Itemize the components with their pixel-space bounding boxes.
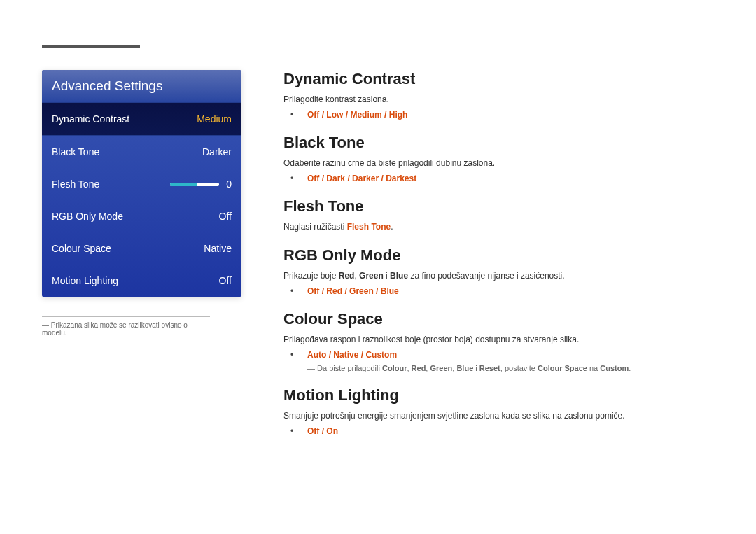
- option-list: Off / Red / Green / Blue: [299, 286, 714, 296]
- menu-item-value: 0: [226, 178, 232, 190]
- note-keyword: Colour: [382, 364, 407, 372]
- note-keyword: Custom: [600, 364, 629, 372]
- section-title: Colour Space: [284, 310, 714, 328]
- section-title: Black Tone: [284, 134, 714, 152]
- section-title: Flesh Tone: [284, 197, 714, 216]
- desc-keyword: Blue: [390, 271, 408, 281]
- menu-item-label: Motion Lighting: [52, 275, 219, 286]
- settings-panel: Advanced Settings Dynamic Contrast Mediu…: [42, 70, 241, 297]
- note-text: i: [473, 364, 479, 372]
- menu-item-value: Medium: [197, 113, 232, 125]
- desc-keyword: Flesh Tone: [347, 222, 391, 232]
- header-tab: [42, 45, 140, 48]
- settings-panel-title: Advanced Settings: [42, 70, 241, 102]
- menu-item-label: Black Tone: [52, 146, 202, 157]
- menu-item-black-tone[interactable]: Black Tone Darker: [42, 136, 241, 168]
- header-rule: [42, 48, 714, 48]
- section-options: Off / Red / Green / Blue: [284, 286, 714, 296]
- settings-panel-body: Dynamic Contrast Medium Black Tone Darke…: [42, 102, 241, 297]
- page: Advanced Settings Dynamic Contrast Mediu…: [0, 0, 756, 534]
- section-title: RGB Only Mode: [284, 246, 714, 265]
- option-list: Off / Dark / Darker / Darkest: [299, 174, 714, 183]
- section-options: Off / Dark / Darker / Darkest: [284, 174, 714, 183]
- menu-item-label: RGB Only Mode: [52, 211, 219, 222]
- option-list: Off / Low / Medium / High: [299, 110, 714, 120]
- note-keyword: Red: [412, 364, 426, 372]
- section-desc: Smanjuje potrošnju energije smanjenjem s…: [284, 410, 714, 422]
- menu-item-colour-space[interactable]: Colour Space Native: [42, 232, 241, 265]
- desc-keyword: Green: [359, 271, 384, 281]
- menu-item-label: Colour Space: [52, 243, 204, 254]
- note-keyword: Colour Space: [538, 364, 587, 372]
- desc-text: Naglasi ružičasti: [284, 222, 347, 232]
- section-options: Off / Low / Medium / High: [284, 110, 714, 120]
- menu-item-label: Dynamic Contrast: [52, 113, 197, 125]
- slider-fill: [170, 183, 197, 186]
- section-title: Motion Lighting: [284, 386, 714, 405]
- option-list: Off / On: [299, 426, 714, 436]
- section-colour-space: Colour Space Prilagođava raspon i raznol…: [284, 310, 714, 372]
- section-rgb-only: RGB Only Mode Prikazuje boje Red, Green …: [284, 246, 714, 296]
- menu-item-value: Darker: [202, 146, 232, 157]
- note-keyword: Green: [430, 364, 452, 372]
- panel-footnote: Prikazana slika može se razlikovati ovis…: [42, 316, 210, 337]
- note-text: na: [587, 364, 600, 372]
- menu-item-flesh-tone[interactable]: Flesh Tone 0: [42, 168, 241, 200]
- note-text: .: [629, 364, 631, 372]
- note-text: , postavite: [500, 364, 538, 372]
- content-columns: Advanced Settings Dynamic Contrast Mediu…: [42, 70, 714, 450]
- section-motion-lighting: Motion Lighting Smanjuje potrošnju energ…: [284, 386, 714, 436]
- section-desc: Prilagođava raspon i raznolikost boje (p…: [284, 334, 714, 346]
- desc-text: za fino podešavanje nijanse i zasićenost…: [408, 271, 564, 281]
- section-desc: Naglasi ružičasti Flesh Tone.: [284, 221, 714, 233]
- section-options: Off / On: [284, 426, 714, 436]
- note-keyword: Reset: [479, 364, 500, 372]
- menu-item-value: Off: [219, 275, 232, 286]
- section-options: Auto / Native / Custom: [284, 350, 714, 360]
- menu-item-value: Native: [204, 243, 232, 254]
- flesh-tone-slider[interactable]: [170, 183, 219, 186]
- section-desc: Odaberite razinu crne da biste prilagodi…: [284, 157, 714, 169]
- section-title: Dynamic Contrast: [284, 70, 714, 88]
- section-dynamic-contrast: Dynamic Contrast Prilagodite kontrast za…: [284, 70, 714, 120]
- desc-text: Prikazuje boje: [284, 271, 339, 281]
- right-column: Dynamic Contrast Prilagodite kontrast za…: [284, 70, 714, 450]
- section-desc: Prikazuje boje Red, Green i Blue za fino…: [284, 270, 714, 282]
- section-flesh-tone: Flesh Tone Naglasi ružičasti Flesh Tone.: [284, 197, 714, 233]
- menu-item-value: Off: [219, 211, 232, 222]
- note-text: Da biste prilagodili: [317, 364, 382, 372]
- section-desc: Prilagodite kontrast zaslona.: [284, 94, 714, 106]
- note-keyword: Blue: [456, 364, 473, 372]
- section-note: Da biste prilagodili Colour, Red, Green,…: [307, 364, 714, 372]
- option-list: Auto / Native / Custom: [299, 350, 714, 360]
- menu-item-slider-cell: 0: [170, 178, 232, 190]
- desc-keyword: Red: [339, 271, 355, 281]
- desc-text: .: [391, 222, 393, 232]
- menu-item-motion-lighting[interactable]: Motion Lighting Off: [42, 265, 241, 297]
- section-black-tone: Black Tone Odaberite razinu crne da bist…: [284, 134, 714, 183]
- left-column: Advanced Settings Dynamic Contrast Mediu…: [42, 70, 241, 450]
- menu-item-rgb-only[interactable]: RGB Only Mode Off: [42, 200, 241, 232]
- menu-item-label: Flesh Tone: [52, 178, 170, 190]
- menu-item-dynamic-contrast[interactable]: Dynamic Contrast Medium: [42, 102, 241, 136]
- desc-text: i: [384, 271, 390, 281]
